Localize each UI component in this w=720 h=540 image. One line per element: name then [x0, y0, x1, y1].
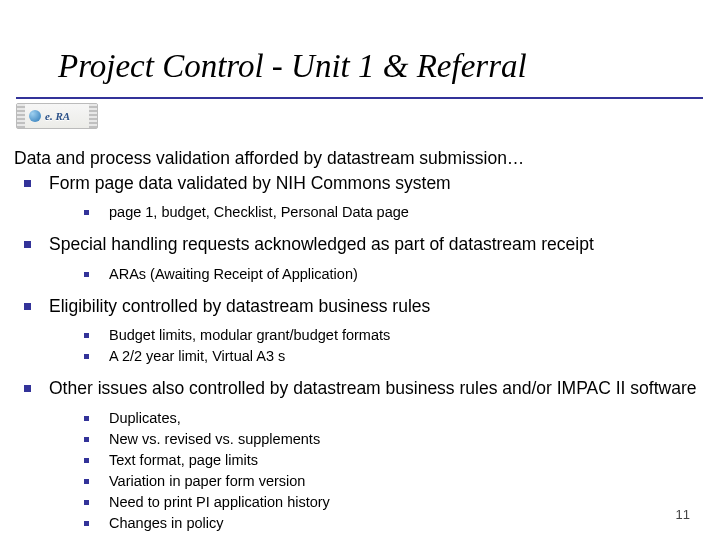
logo-dot-icon — [29, 110, 41, 122]
bullet-1-1: page 1, budget, Checklist, Personal Data… — [84, 202, 706, 223]
bullet-4-5: Need to print PI application history — [84, 492, 706, 513]
bullet-icon — [24, 241, 31, 248]
bullet-4-5-text: Need to print PI application history — [109, 492, 330, 513]
bullet-4-2-text: New vs. revised vs. supplements — [109, 429, 320, 450]
logo-text: e. RA — [45, 110, 70, 122]
bullet-icon — [84, 458, 89, 463]
bullet-1-text: Form page data validated by NIH Commons … — [49, 172, 451, 194]
bullet-icon — [24, 303, 31, 310]
slide: Project Control - Unit 1 & Referral e. R… — [0, 0, 720, 540]
slide-body: Data and process validation afforded by … — [14, 148, 706, 534]
bullet-3-1-text: Budget limits, modular grant/budget form… — [109, 325, 390, 346]
bullet-4-4: Variation in paper form version — [84, 471, 706, 492]
bullet-4-3: Text format, page limits — [84, 450, 706, 471]
slide-title: Project Control - Unit 1 & Referral — [58, 48, 527, 85]
title-underline — [16, 97, 703, 99]
bullet-4-text: Other issues also controlled by datastre… — [49, 377, 696, 399]
bullet-icon — [84, 272, 89, 277]
bullet-icon — [84, 210, 89, 215]
logo-stripe-left — [17, 104, 25, 128]
bullet-4-6: Changes in policy — [84, 513, 706, 534]
bullet-icon — [24, 385, 31, 392]
bullet-2: Special handling requests acknowledged a… — [24, 233, 706, 255]
page-number: 11 — [676, 507, 690, 522]
bullet-icon — [84, 500, 89, 505]
era-logo: e. RA — [16, 103, 98, 129]
bullet-4: Other issues also controlled by datastre… — [24, 377, 706, 399]
bullet-3-2: A 2/2 year limit, Virtual A3 s — [84, 346, 706, 367]
bullet-2-1-text: ARAs (Awaiting Receipt of Application) — [109, 264, 358, 285]
bullet-4-2: New vs. revised vs. supplements — [84, 429, 706, 450]
bullet-3-1: Budget limits, modular grant/budget form… — [84, 325, 706, 346]
bullet-3: Eligibility controlled by datastream bus… — [24, 295, 706, 317]
logo-stripe-right — [89, 104, 97, 128]
bullet-4-1: Duplicates, — [84, 408, 706, 429]
bullet-icon — [84, 333, 89, 338]
bullet-icon — [84, 416, 89, 421]
bullet-3-text: Eligibility controlled by datastream bus… — [49, 295, 430, 317]
bullet-2-text: Special handling requests acknowledged a… — [49, 233, 594, 255]
bullet-icon — [84, 354, 89, 359]
bullet-2-1: ARAs (Awaiting Receipt of Application) — [84, 264, 706, 285]
bullet-icon — [24, 180, 31, 187]
bullet-icon — [84, 521, 89, 526]
bullet-4-3-text: Text format, page limits — [109, 450, 258, 471]
bullet-1: Form page data validated by NIH Commons … — [24, 172, 706, 194]
bullet-4-1-text: Duplicates, — [109, 408, 181, 429]
bullet-icon — [84, 479, 89, 484]
bullet-4-4-text: Variation in paper form version — [109, 471, 305, 492]
intro-text: Data and process validation afforded by … — [14, 148, 706, 170]
bullet-4-6-text: Changes in policy — [109, 513, 223, 534]
bullet-3-2-text: A 2/2 year limit, Virtual A3 s — [109, 346, 285, 367]
bullet-icon — [84, 437, 89, 442]
bullet-1-1-text: page 1, budget, Checklist, Personal Data… — [109, 202, 409, 223]
